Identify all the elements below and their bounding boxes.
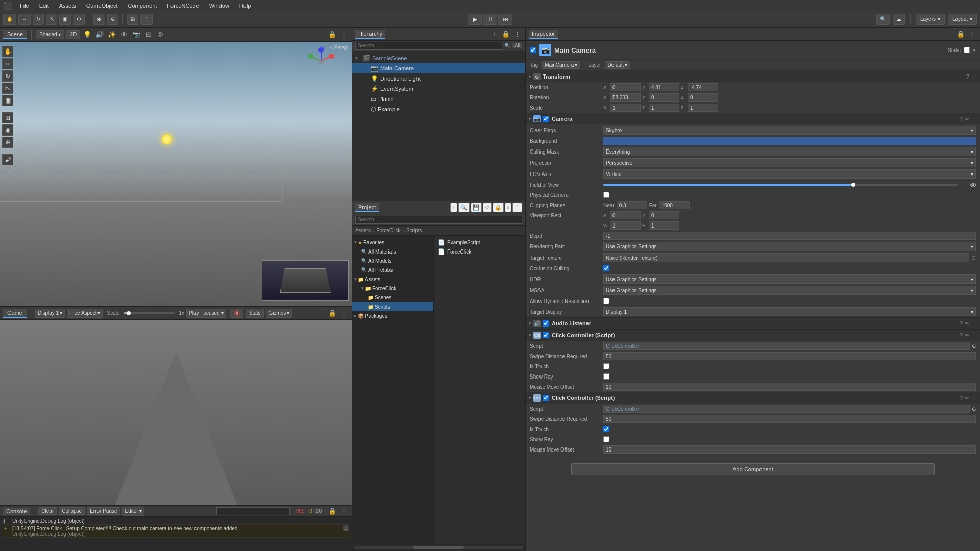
proj-lock-btn[interactable]: 🔒 <box>493 203 504 212</box>
targetdisplay-dropdown[interactable]: Display 1 ▾ <box>603 307 976 316</box>
rot-z-field[interactable] <box>688 93 718 102</box>
step-button[interactable]: ⏭ <box>498 14 512 25</box>
tree-item-dirlight[interactable]: 💡 Directional Light <box>352 73 525 84</box>
tool-snap[interactable]: ⊞ <box>2 112 13 123</box>
scene-2d-btn[interactable]: 2D <box>66 30 80 39</box>
cc2-pick-icon[interactable]: ⊙ <box>972 406 976 412</box>
game-more-btn[interactable]: ⋮ <box>338 308 349 318</box>
tool-hand[interactable]: ✋ <box>2 46 13 57</box>
scale-slider[interactable] <box>124 312 175 314</box>
breadcrumb-assets[interactable]: Assets <box>355 228 371 233</box>
menu-window[interactable]: Window <box>207 2 231 10</box>
renderpath-dropdown[interactable]: Use Graphics Settings ▾ <box>603 242 976 251</box>
scene-audio-btn[interactable]: 🔊 <box>94 30 105 40</box>
transform-custom-btn[interactable]: ⚙ <box>73 14 85 25</box>
proj-favorites-header[interactable]: ▾ ★ Favorites <box>352 238 433 247</box>
proj-assets-header[interactable]: ▾ 📁 Assets <box>352 274 433 284</box>
console-editor-dropdown[interactable]: Editor ▾ <box>122 507 144 516</box>
tab-project[interactable]: Project <box>355 203 379 212</box>
scene-hidden-btn[interactable]: 👁 <box>119 30 129 40</box>
pos-y-field[interactable] <box>649 83 679 91</box>
pos-z-field[interactable] <box>688 83 718 91</box>
console-lock-btn[interactable]: 🔒 <box>327 506 337 516</box>
tool-local[interactable]: ⊕ <box>2 137 13 148</box>
cc1-edit-btn[interactable]: ✏ <box>965 332 969 339</box>
proj-packages-header[interactable]: ▸ 📦 Packages <box>352 311 433 320</box>
proj-fav-allprefabs[interactable]: 🔍 All Prefabs <box>352 265 433 274</box>
breadcrumb-forceclick[interactable]: ForceClick <box>376 228 400 233</box>
proj-more-btn[interactable]: ⋮ <box>512 203 522 212</box>
targettex-pick-icon[interactable]: ⊙ <box>971 255 976 261</box>
scene-lock-btn[interactable]: 🔒 <box>327 30 337 40</box>
console-errorpause-btn[interactable]: Error Pause <box>87 507 120 515</box>
vp-x-field[interactable] <box>610 211 641 219</box>
console-search[interactable] <box>216 507 290 515</box>
menu-gameobject[interactable]: GameObject <box>84 2 120 10</box>
cc1-enabled-checkbox[interactable] <box>543 332 549 338</box>
search-btn[interactable]: 🔍 <box>876 14 890 25</box>
menu-forcencode[interactable]: ForceNCode <box>165 2 201 10</box>
cam-enabled-checkbox[interactable] <box>543 116 549 122</box>
proj-refresh-btn[interactable]: ↺ <box>483 203 492 212</box>
hier-more-btn[interactable]: ⋮ <box>512 29 522 39</box>
projection-dropdown[interactable]: Perspective ▾ <box>603 158 976 167</box>
stats-btn[interactable]: Stats <box>246 309 264 318</box>
sc-z-field[interactable] <box>688 104 718 112</box>
audiolistener-header[interactable]: ▾ 🔊 Audio Listener ? ✏ ⋮ <box>526 318 980 329</box>
tab-scene[interactable]: Scene <box>3 30 27 39</box>
scene-camera-btn[interactable]: 📷 <box>131 30 141 40</box>
scene-more-btn[interactable]: ⋮ <box>338 30 349 40</box>
occlusion-checkbox[interactable] <box>603 265 609 271</box>
breadcrumb-scripts[interactable]: Scripts <box>406 228 422 233</box>
menu-component[interactable]: Component <box>126 2 159 10</box>
layout-dropdown[interactable]: Layout ▾ <box>948 14 977 25</box>
grid-btn[interactable]: ⋮ <box>140 14 153 25</box>
cc2-settings-btn[interactable]: ⋮ <box>971 395 977 402</box>
al-edit-btn[interactable]: ✏ <box>965 320 969 327</box>
cc2-mmo-field[interactable] <box>603 445 976 454</box>
hier-add-btn[interactable]: + <box>489 29 500 39</box>
console-clear-btn[interactable]: Clear <box>38 507 57 515</box>
cc1-settings-btn[interactable]: ⋮ <box>971 332 977 339</box>
proj-scripts-folder[interactable]: 📁 Scripts <box>352 302 433 311</box>
proj-file-examplescript[interactable]: 📄 ExampleScript <box>436 238 523 247</box>
layers-dropdown[interactable]: Layers ▾ <box>916 14 945 25</box>
menu-help[interactable]: Help <box>237 2 253 10</box>
rot-y-field[interactable] <box>649 93 679 102</box>
cam-settings-btn[interactable]: ⋮ <box>971 116 977 122</box>
aspect-dropdown[interactable]: Free Aspect ▾ <box>67 309 103 318</box>
tag-dropdown[interactable]: MainCamera ▾ <box>542 61 580 69</box>
cc1-swipe-field[interactable] <box>603 352 976 360</box>
game-lock-btn[interactable]: 🔒 <box>327 308 337 318</box>
layer-dropdown[interactable]: Default ▾ <box>605 61 630 69</box>
sc-x-field[interactable] <box>610 104 641 112</box>
menu-file[interactable]: File <box>18 2 31 10</box>
tool-pivot[interactable]: ◉ <box>2 124 13 136</box>
play-button[interactable]: ▶ <box>468 14 482 25</box>
menu-assets[interactable]: Assets <box>57 2 78 10</box>
tool-rotate[interactable]: ↻ <box>2 70 13 82</box>
depth-field[interactable] <box>603 232 976 240</box>
near-field[interactable] <box>617 201 647 209</box>
add-component-btn[interactable]: Add Component <box>571 463 935 475</box>
collab-btn[interactable]: ☁ <box>893 14 905 25</box>
tool-move[interactable]: ↔ <box>2 58 13 69</box>
proj-scenes-folder[interactable]: 📁 Scenes <box>352 293 433 302</box>
project-scroll-track[interactable] <box>354 546 523 549</box>
transform-rotate-btn[interactable]: ↻ <box>33 14 44 25</box>
local-global-btn[interactable]: ⊕ <box>107 14 118 25</box>
menu-edit[interactable]: Edit <box>37 2 51 10</box>
al-enabled-checkbox[interactable] <box>543 320 549 327</box>
cc1-pick-icon[interactable]: ⊙ <box>972 343 976 349</box>
cc1-help-btn[interactable]: ? <box>960 332 963 339</box>
proj-fav-allmodels[interactable]: 🔍 All Models <box>352 256 433 265</box>
rot-x-field[interactable] <box>610 93 641 102</box>
fovaxis-dropdown[interactable]: Vertical ▾ <box>603 169 976 179</box>
console-msg-1[interactable]: ⚠ [18:54:07] Force Click : Setup Complet… <box>2 525 350 538</box>
insp-lock-btn[interactable]: 🔒 <box>955 29 966 39</box>
targettex-dropdown[interactable]: None (Render Texture) <box>603 253 969 262</box>
transform-translate-btn[interactable]: ↔ <box>18 14 31 25</box>
cc2-enabled-checkbox[interactable] <box>543 395 549 401</box>
cullingmask-dropdown[interactable]: Everything ▾ <box>603 147 976 156</box>
tree-item-plane[interactable]: ▭ Plane <box>352 94 525 104</box>
